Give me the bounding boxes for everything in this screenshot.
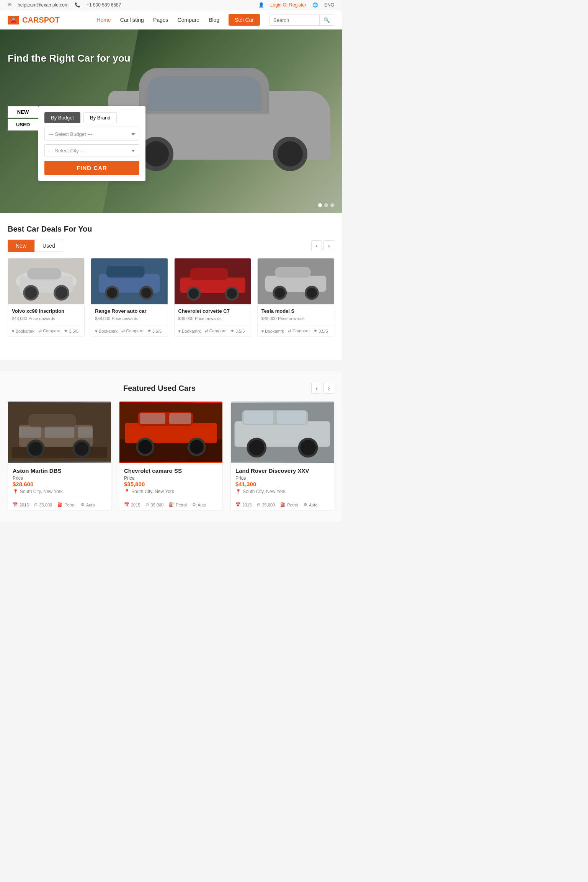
svg-rect-22: [12, 447, 108, 458]
featured-grid: Aston Martin DBS Price $28,600 📍 South C…: [8, 401, 334, 511]
car-name: Tesla model S: [261, 308, 330, 314]
featured-header: Featured Used Cars ‹ ›: [8, 383, 334, 394]
location-icon: 📍: [124, 489, 130, 494]
svg-rect-18: [275, 267, 311, 278]
compare-icon[interactable]: ⇄ Compare: [288, 328, 310, 333]
featured-card-footer: 📅 2015 ⊙ 35,000 ⛽ Petrol ⚙ Auto: [119, 499, 222, 510]
bookmark-icon[interactable]: ♥ Bookamrk: [95, 328, 118, 333]
car-card-body: Volvo xc90 inscription $43,000 Price onw…: [8, 304, 84, 325]
compare-icon[interactable]: ⇄ Compare: [205, 328, 227, 333]
logo: 🚘 CARSPOT: [8, 16, 60, 24]
deals-tab-group: New Used: [8, 240, 63, 252]
spacer: [0, 348, 342, 360]
search-input[interactable]: [270, 15, 319, 25]
car-card-footer: ♥ Bookamrk ⇄ Compare ★ 3.5/5: [8, 325, 84, 336]
nav-car-listing[interactable]: Car listing: [120, 17, 144, 23]
car-name: Chevrolet corvette C7: [178, 308, 247, 314]
svg-point-19: [274, 287, 286, 299]
rating: ★ 3.5/5: [147, 328, 162, 333]
svg-rect-32: [125, 423, 217, 443]
svg-point-20: [305, 287, 318, 299]
select-city[interactable]: --- Select City --- New York Los Angeles…: [44, 144, 139, 157]
svg-rect-28: [45, 427, 74, 438]
svg-point-10: [140, 287, 153, 299]
bookmark-icon[interactable]: ♥ Bookamrk: [261, 328, 284, 333]
tab-new-deals[interactable]: New: [8, 240, 34, 252]
car-card: Tesla model S $49,000 Price onwards ♥ Bo…: [257, 258, 334, 337]
tab-used-deals[interactable]: Used: [34, 240, 63, 252]
featured-price: $28,600: [13, 481, 106, 487]
nav-home[interactable]: Home: [96, 17, 111, 23]
featured-next-button[interactable]: ›: [323, 383, 334, 394]
car-card: Range Rover auto car $58,000 Price onwar…: [91, 258, 168, 337]
nav-pages[interactable]: Pages: [153, 17, 168, 23]
mileage-info: ⊙ 35,000: [257, 502, 275, 507]
year-info: 📅 2015: [13, 502, 29, 507]
featured-car-image: [8, 402, 111, 463]
hero-dot-2[interactable]: [324, 203, 328, 207]
find-car-button[interactable]: FIND CAR: [44, 161, 139, 175]
hero-content: Find the Right Car for you: [8, 52, 131, 70]
featured-section: Featured Used Cars ‹ ›: [0, 371, 342, 522]
compare-icon[interactable]: ⇄ Compare: [121, 328, 143, 333]
svg-point-26: [74, 441, 90, 457]
navbar: 🚘 CARSPOT Home Car listing Pages Compare…: [0, 10, 342, 29]
nav-links: Home Car listing Pages Compare Blog Sell…: [96, 14, 334, 26]
featured-price-label: Price: [124, 475, 218, 481]
featured-location: 📍 South City, New York: [235, 489, 329, 494]
svg-point-42: [299, 439, 317, 456]
featured-car-name: Land Rover Discovery XXV: [235, 467, 329, 474]
featured-card: Aston Martin DBS Price $28,600 📍 South C…: [8, 401, 111, 511]
featured-prev-button[interactable]: ‹: [311, 383, 322, 394]
hero-dot-1[interactable]: [318, 203, 322, 207]
svg-point-5: [55, 286, 69, 300]
transmission-info: ⚙ Auto: [304, 502, 318, 507]
car-image: [175, 258, 251, 304]
fuel-info: ⛽ Petrol: [280, 502, 298, 507]
featured-car-name: Chevrolet camaro SS: [124, 467, 218, 474]
topbar-phone: +1 800 589 6587: [87, 2, 121, 8]
phone-icon: 📞: [75, 2, 80, 8]
featured-card-body: Aston Martin DBS Price $28,600 📍 South C…: [8, 463, 111, 499]
car-card-footer: ♥ Bookamrk ⇄ Compare ★ 3.5/5: [258, 325, 334, 336]
car-price: $58,000 Price onwards: [95, 315, 163, 321]
hero-dot-3[interactable]: [330, 203, 334, 207]
best-deals-section: Best Car Deals For You New Used ‹ ›: [8, 225, 334, 337]
hero-tab-used[interactable]: USED: [8, 119, 38, 131]
svg-rect-3: [27, 268, 62, 279]
svg-point-34: [137, 439, 153, 455]
car-card-footer: ♥ Bookamrk ⇄ Compare ★ 3.5/5: [175, 325, 251, 336]
car-card-body: Tesla model S $49,000 Price onwards: [258, 304, 334, 325]
hero-title: Find the Right Car for you: [8, 52, 131, 64]
logo-icon: 🚘: [8, 16, 19, 24]
svg-point-4: [24, 286, 38, 300]
login-register-link[interactable]: Login Or Register: [270, 2, 306, 8]
featured-nav-arrows: ‹ ›: [311, 383, 334, 394]
deals-next-button[interactable]: ›: [323, 240, 334, 251]
deals-prev-button[interactable]: ‹: [311, 240, 322, 251]
nav-compare[interactable]: Compare: [178, 17, 200, 23]
main-content: Best Car Deals For You New Used ‹ ›: [0, 213, 342, 348]
car-price: $43,000 Price onwards: [12, 315, 80, 321]
bookmark-icon[interactable]: ♥ Bookamrk: [178, 328, 201, 333]
svg-rect-43: [244, 411, 273, 424]
featured-title: Featured Used Cars: [8, 384, 311, 393]
cars-grid: Volvo xc90 inscription $43,000 Price onw…: [8, 258, 334, 337]
user-icon: 👤: [258, 2, 264, 8]
hero-tab-new[interactable]: NEW: [8, 106, 38, 118]
svg-rect-13: [189, 268, 228, 280]
nav-blog[interactable]: Blog: [209, 17, 219, 23]
bookmark-icon[interactable]: ♥ Bookamrk: [12, 328, 34, 333]
fuel-info: ⛽ Petrol: [57, 502, 75, 507]
sell-car-button[interactable]: Sell Car: [229, 14, 260, 26]
tab-by-budget[interactable]: By Budget: [44, 112, 80, 123]
svg-point-25: [28, 441, 44, 457]
search-button[interactable]: 🔍: [319, 15, 334, 25]
featured-location: 📍 South City, New York: [124, 489, 218, 494]
svg-rect-29: [78, 427, 93, 438]
tab-by-brand[interactable]: By Brand: [83, 112, 117, 123]
select-budget[interactable]: --- Select Budget --- Under $20,000 $20,…: [44, 128, 139, 140]
car-card: Chevrolet corvette C7 $36,000 Price onwa…: [174, 258, 251, 337]
compare-icon[interactable]: ⇄ Compare: [38, 328, 60, 333]
mileage-info: ⊙ 35,000: [34, 502, 52, 507]
